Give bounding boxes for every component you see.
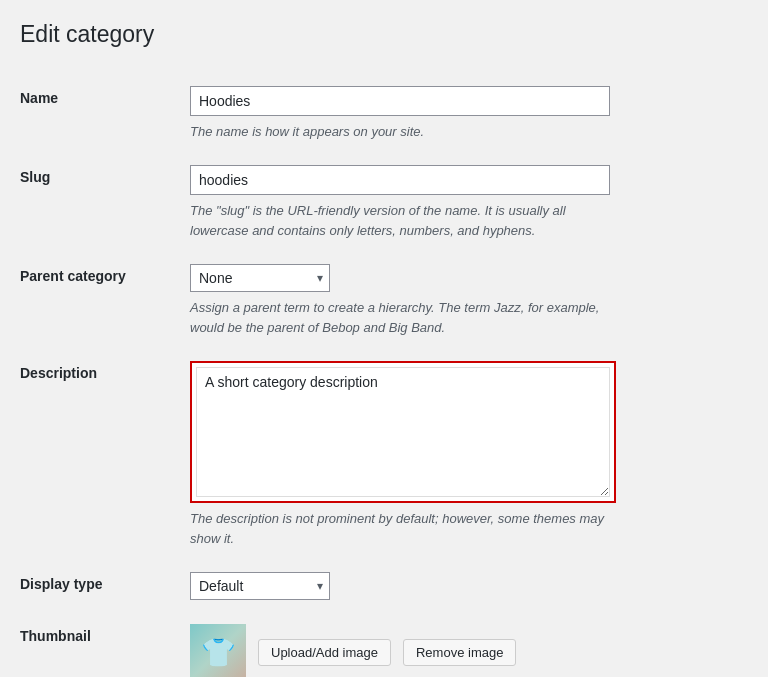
parent-category-row: Parent category None ▾ Assign a parent t… [20,252,748,349]
edit-category-form: Name The name is how it appears on your … [20,74,748,677]
slug-input[interactable] [190,165,610,195]
description-textarea[interactable]: A short category description [196,367,610,497]
parent-category-select-wrapper: None ▾ [190,264,330,292]
thumbnail-image [190,624,246,677]
display-type-chevron-icon: ▾ [311,579,329,593]
name-input[interactable] [190,86,610,116]
parent-category-chevron-icon: ▾ [311,271,329,285]
slug-label: Slug [20,153,180,252]
page-title: Edit category [20,20,748,50]
display-type-row: Display type Default Products Subcategor… [20,560,748,612]
parent-category-select[interactable]: None [191,265,311,291]
display-type-select-wrapper: Default Products Subcategories Both ▾ [190,572,330,600]
display-type-select[interactable]: Default Products Subcategories Both [191,573,311,599]
thumbnail-label: Thumbnail [20,612,180,677]
parent-category-description: Assign a parent term to create a hierarc… [190,298,610,337]
description-note: The description is not prominent by defa… [190,509,610,548]
name-row: Name The name is how it appears on your … [20,74,748,154]
thumbnail-row: Thumbnail Upload/Add image Remove image [20,612,748,677]
description-label: Description [20,349,180,560]
description-row: Description A short category description… [20,349,748,560]
parent-category-label: Parent category [20,252,180,349]
display-type-label: Display type [20,560,180,612]
description-highlight-box: A short category description [190,361,616,503]
slug-description: The "slug" is the URL-friendly version o… [190,201,610,240]
name-label: Name [20,74,180,154]
remove-image-button[interactable]: Remove image [403,639,516,666]
slug-row: Slug The "slug" is the URL-friendly vers… [20,153,748,252]
upload-image-button[interactable]: Upload/Add image [258,639,391,666]
name-description: The name is how it appears on your site. [190,122,610,142]
thumbnail-controls: Upload/Add image Remove image [190,624,738,677]
